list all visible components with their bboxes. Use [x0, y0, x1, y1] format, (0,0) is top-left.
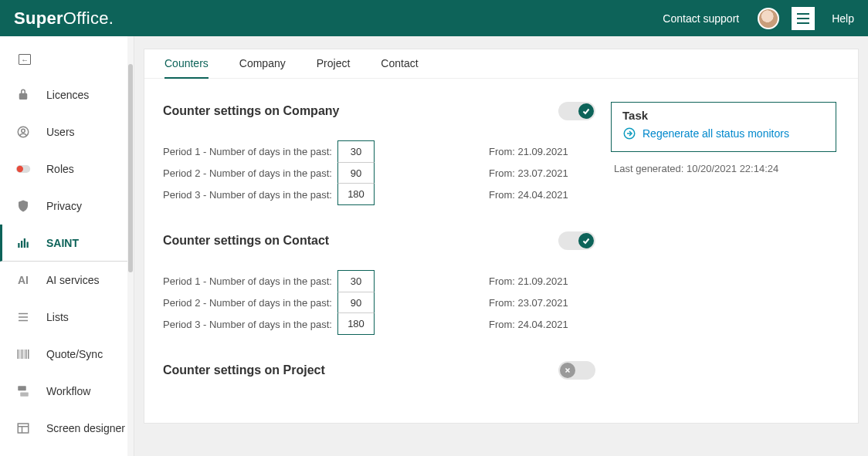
period-row: Period 2 - Number of days in the past: F… [163, 292, 595, 313]
toggle-project[interactable] [558, 361, 595, 380]
svg-rect-17 [18, 386, 26, 390]
x-icon [560, 363, 575, 378]
sidebar-item-label: Quote/Sync [46, 348, 103, 360]
sidebar-item-screen-designer[interactable]: Screen designer [0, 410, 127, 447]
sidebar-item-users[interactable]: Users [0, 113, 127, 150]
toggle-icon [15, 164, 31, 174]
contact-support-link[interactable]: Contact support [663, 12, 739, 25]
svg-rect-6 [24, 238, 25, 248]
toggle-company[interactable] [558, 102, 595, 120]
sidebar-item-workflow[interactable]: Workflow [0, 373, 127, 410]
svg-rect-4 [18, 243, 19, 248]
sidebar-item-label: Users [46, 126, 75, 138]
sidebar-item-saint[interactable]: SAINT [0, 225, 127, 262]
section-title-project: Counter settings on Project [163, 363, 558, 377]
period-from: From: 23.07.2021 [489, 167, 568, 179]
period-row: Period 1 - Number of days in the past: F… [163, 140, 595, 162]
sidebar-item-label: Licences [46, 89, 89, 101]
period-row: Period 3 - Number of days in the past: F… [163, 313, 595, 335]
period-from: From: 23.07.2021 [489, 297, 568, 309]
toggle-contact[interactable] [558, 231, 595, 250]
section-title-contact: Counter settings on Contact [163, 234, 558, 248]
period-3-input-company[interactable] [337, 184, 375, 205]
svg-rect-5 [21, 241, 22, 248]
list-icon [15, 310, 31, 324]
main-area: Counters Company Project Contact Counter… [134, 36, 868, 456]
sidebar-scrollbar[interactable] [127, 36, 134, 456]
arrow-circle-icon [622, 127, 636, 140]
period-label: Period 2 - Number of days in the past: [163, 297, 337, 309]
svg-rect-19 [18, 424, 29, 433]
svg-rect-15 [25, 350, 27, 359]
sidebar-collapse-button[interactable]: ← [0, 42, 127, 76]
sidebar-item-label: AI services [46, 274, 99, 286]
period-row: Period 1 - Number of days in the past: F… [163, 270, 595, 292]
help-link[interactable]: Help [832, 12, 854, 25]
period-2-input-company[interactable] [337, 162, 375, 184]
tab-company[interactable]: Company [239, 57, 286, 78]
check-icon [578, 233, 594, 248]
period-1-input-company[interactable] [337, 140, 375, 162]
sidebar-item-label: Privacy [46, 200, 82, 212]
ai-icon: AI [15, 274, 31, 286]
tab-strip: Counters Company Project Contact [144, 49, 858, 79]
section-project: Counter settings on Project [163, 361, 595, 380]
sidebar-item-preferences[interactable]: Preferences [0, 447, 127, 456]
period-label: Period 1 - Number of days in the past: [163, 275, 337, 287]
brand-bold: Super [14, 8, 63, 28]
regenerate-link[interactable]: Regenerate all status monitors [622, 127, 825, 140]
period-row: Period 2 - Number of days in the past: F… [163, 162, 595, 184]
layout-icon [15, 421, 31, 435]
section-title-company: Counter settings on Company [163, 104, 558, 118]
period-from: From: 24.04.2021 [489, 319, 568, 330]
task-box: Task Regenerate all status monitors [611, 102, 836, 152]
svg-rect-16 [28, 350, 29, 359]
section-contact: Counter settings on Contact Period 1 - N… [163, 231, 595, 335]
user-icon [15, 125, 31, 139]
period-label: Period 2 - Number of days in the past: [163, 167, 337, 179]
user-avatar[interactable] [758, 8, 779, 29]
brand-thin: Office. [63, 8, 114, 28]
content-panel: Counters Company Project Contact Counter… [144, 49, 859, 424]
svg-point-3 [17, 166, 23, 172]
svg-rect-11 [18, 350, 19, 359]
period-2-input-contact[interactable] [337, 292, 375, 313]
sidebar-item-label: Workflow [46, 385, 90, 397]
sidebar-item-lists[interactable]: Lists [0, 299, 127, 336]
sidebar-item-label: SAINT [46, 237, 79, 249]
sidebar-item-quote-sync[interactable]: Quote/Sync [0, 336, 127, 373]
barcode-icon [15, 347, 31, 361]
period-from: From: 21.09.2021 [489, 275, 568, 287]
shield-icon [15, 199, 31, 213]
sidebar-item-label: Roles [46, 163, 74, 175]
tab-project[interactable]: Project [317, 57, 351, 78]
tab-contact[interactable]: Contact [381, 57, 418, 78]
period-3-input-contact[interactable] [337, 313, 375, 335]
main-menu-button[interactable] [792, 7, 815, 30]
task-panel: Task Regenerate all status monitors Last… [611, 102, 836, 380]
section-company: Counter settings on Company Period 1 - N… [163, 102, 595, 205]
sidebar: ← Licences Users Roles [0, 36, 134, 456]
collapse-icon: ← [19, 54, 31, 65]
sidebar-item-label: Lists [46, 311, 69, 323]
period-label: Period 1 - Number of days in the past: [163, 146, 337, 157]
regenerate-label: Regenerate all status monitors [643, 127, 789, 140]
period-1-input-contact[interactable] [337, 270, 375, 292]
period-from: From: 21.09.2021 [489, 146, 568, 157]
svg-rect-18 [20, 393, 29, 397]
sidebar-item-roles[interactable]: Roles [0, 150, 127, 187]
check-icon [578, 103, 594, 119]
period-label: Period 3 - Number of days in the past: [163, 189, 337, 201]
tab-counters[interactable]: Counters [164, 57, 209, 79]
sidebar-item-licences[interactable]: Licences [0, 76, 127, 113]
svg-rect-7 [27, 242, 29, 248]
svg-rect-13 [22, 350, 23, 359]
svg-rect-12 [20, 350, 21, 359]
top-bar: SuperOffice. Contact support Help [0, 0, 868, 36]
last-generated-text: Last generated: 10/20/2021 22:14:24 [611, 163, 836, 174]
sidebar-item-privacy[interactable]: Privacy [0, 187, 127, 225]
scrollbar-thumb[interactable] [128, 64, 133, 272]
sidebar-item-ai-services[interactable]: AI AI services [0, 262, 127, 299]
lock-icon [15, 88, 31, 102]
period-label: Period 3 - Number of days in the past: [163, 319, 337, 330]
